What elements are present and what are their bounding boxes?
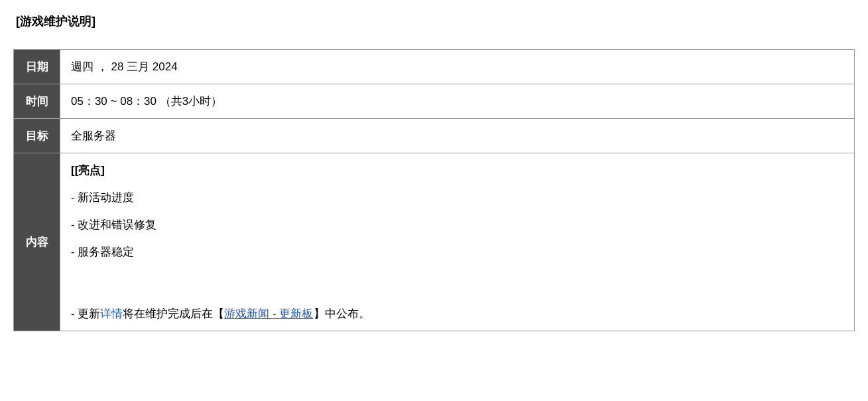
maintenance-info-table: 日期 週四 ， 28 三月 2024 时间 05：30 ~ 08：30 （共3小… — [13, 49, 855, 331]
highlight-item: - 新活动进度 — [71, 190, 843, 205]
value-date: 週四 ， 28 三月 2024 — [60, 50, 855, 84]
row-time: 时间 05：30 ~ 08：30 （共3小时） — [14, 84, 855, 119]
news-update-board-link[interactable]: 游戏新闻 - 更新板 — [224, 307, 313, 320]
label-target: 目标 — [14, 119, 60, 153]
footer-detail-text: 详情 — [100, 307, 123, 320]
label-content: 内容 — [14, 153, 60, 331]
row-content: 内容 [[亮点] - 新活动进度 - 改进和错误修复 - 服务器稳定 - 更新详… — [14, 153, 855, 331]
highlight-title: [[亮点] — [71, 163, 843, 178]
row-target: 目标 全服务器 — [14, 119, 855, 153]
footer-tail-text: 中公布。 — [325, 307, 370, 320]
footer-update-text: 更新 — [78, 307, 100, 320]
value-target: 全服务器 — [60, 119, 855, 153]
page-title: [游戏维护说明] — [13, 13, 855, 29]
content-footer-note: - 更新详情将在维护完成后在【游戏新闻 - 更新板】中公布。 — [71, 306, 843, 321]
highlight-item: - 改进和错误修复 — [71, 217, 843, 232]
footer-bracket-close: 】 — [314, 307, 325, 320]
row-date: 日期 週四 ， 28 三月 2024 — [14, 50, 855, 84]
footer-bracket-open: 【 — [213, 307, 224, 320]
value-content: [[亮点] - 新活动进度 - 改进和错误修复 - 服务器稳定 - 更新详情将在… — [60, 153, 855, 331]
label-date: 日期 — [14, 50, 60, 84]
footer-dash: - — [71, 307, 78, 320]
value-time: 05：30 ~ 08：30 （共3小时） — [60, 84, 855, 119]
label-time: 时间 — [14, 84, 60, 119]
footer-middle-text: 将在维护完成后在 — [123, 307, 213, 320]
highlight-item: - 服务器稳定 — [71, 244, 843, 260]
